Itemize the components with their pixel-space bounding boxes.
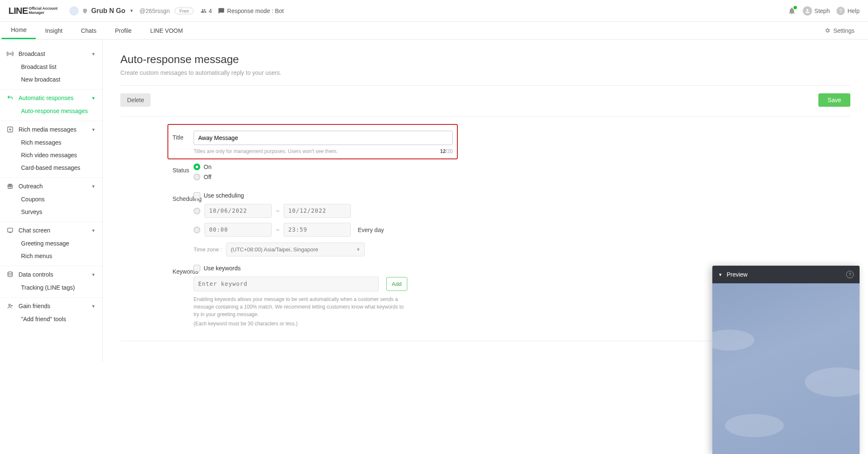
status-off-radio[interactable]: Off	[194, 174, 450, 180]
tab-chats[interactable]: Chats	[72, 22, 106, 39]
save-button[interactable]: Save	[818, 93, 850, 107]
tab-line-voom[interactable]: LINE VOOM	[141, 22, 192, 39]
sidebar-rich-video-messages[interactable]: Rich video messages	[0, 149, 102, 161]
keyword-input[interactable]	[194, 277, 379, 291]
sidebar-rich-media[interactable]: Rich media messages ▼	[0, 123, 102, 136]
chat-screen-icon	[7, 227, 14, 234]
sidebar-gain-friends[interactable]: Gain friends ▼	[0, 299, 102, 313]
sidebar-rich-menus[interactable]: Rich menus	[0, 250, 102, 262]
title-row-highlight: Title Titles are only for management pur…	[167, 124, 458, 159]
sidebar-chat-screen[interactable]: Chat screen ▼	[0, 224, 102, 237]
use-scheduling-checkbox[interactable]: Use scheduling	[194, 192, 450, 199]
caret-down-icon: ▼	[718, 272, 722, 277]
status-label: Status	[120, 164, 194, 184]
user-name: Steph	[815, 8, 830, 14]
everyday-label: Every day	[358, 227, 384, 233]
help-icon: ?	[836, 7, 845, 15]
title-char-count: 12/20	[440, 148, 453, 154]
status-on-radio[interactable]: On	[194, 164, 450, 170]
date-from-input[interactable]	[204, 204, 272, 218]
account-name: Grub N Go	[91, 7, 125, 15]
reply-icon	[7, 95, 14, 101]
svg-point-6	[9, 304, 11, 306]
broadcast-icon	[7, 50, 14, 57]
help-link[interactable]: ? Help	[836, 7, 860, 15]
time-from-input[interactable]	[204, 223, 272, 237]
range-tilde: ~	[276, 208, 279, 214]
chevron-down-icon: ▼	[91, 304, 96, 309]
account-avatar	[69, 6, 79, 16]
preview-canvas	[712, 283, 860, 362]
sidebar-data-controls[interactable]: Data controls ▼	[0, 268, 102, 281]
logo-main: LINE	[8, 5, 28, 16]
shield-icon	[82, 8, 88, 14]
chevron-down-icon: ▼	[91, 272, 96, 277]
title-help-text: Titles are only for management purposes.…	[194, 148, 338, 154]
tab-profile[interactable]: Profile	[106, 22, 141, 39]
sidebar-greeting-message[interactable]: Greeting message	[0, 237, 102, 250]
svg-rect-4	[8, 228, 13, 232]
page-description: Create custom messages to automatically …	[120, 69, 850, 76]
sidebar-coupons[interactable]: Coupons	[0, 193, 102, 206]
gift-icon	[7, 183, 14, 190]
radio-off-icon	[194, 174, 200, 180]
date-radio[interactable]	[194, 208, 200, 214]
notification-dot	[794, 6, 797, 9]
preview-help-icon[interactable]: ?	[846, 271, 854, 278]
plan-badge: Free	[175, 8, 194, 14]
sidebar-outreach[interactable]: Outreach ▼	[0, 179, 102, 193]
action-bar: Delete Save	[120, 93, 850, 107]
response-mode[interactable]: Response mode : Bot	[218, 8, 284, 14]
plus-square-icon	[7, 126, 14, 133]
timezone-label: Time zone :	[194, 246, 222, 253]
sidebar-add-friend-tools[interactable]: "Add friend" tools	[0, 313, 102, 325]
range-tilde: ~	[276, 227, 279, 233]
preview-title: Preview	[727, 271, 748, 278]
sidebar-new-broadcast[interactable]: New broadcast	[0, 73, 102, 86]
user-menu[interactable]: Steph	[803, 6, 830, 16]
keywords-label: Keywords	[120, 265, 194, 327]
checkbox-icon	[194, 192, 200, 199]
divider	[120, 116, 850, 116]
sidebar-auto-response-messages[interactable]: Auto-response messages	[0, 105, 102, 117]
date-to-input[interactable]	[284, 204, 351, 218]
title-label: Title	[173, 131, 194, 154]
tab-home[interactable]: Home	[2, 22, 36, 39]
sidebar-surveys[interactable]: Surveys	[0, 206, 102, 218]
gear-icon	[824, 27, 831, 34]
delete-button[interactable]: Delete	[120, 93, 151, 107]
bell-icon[interactable]	[788, 7, 796, 15]
title-input[interactable]	[194, 131, 453, 145]
add-friend-icon	[7, 303, 14, 309]
chevron-down-icon: ▼	[91, 228, 96, 233]
account-switcher[interactable]: Grub N Go ▼	[69, 6, 134, 16]
people-icon	[200, 8, 207, 14]
nav-tabs: Home Insight Chats Profile LINE VOOM Set…	[0, 22, 868, 40]
sidebar-tracking[interactable]: Tracking (LINE tags)	[0, 281, 102, 294]
sidebar-rich-messages[interactable]: Rich messages	[0, 136, 102, 149]
chevron-down-icon: ▼	[356, 247, 361, 252]
sidebar-broadcast-list[interactable]: Broadcast list	[0, 61, 102, 73]
preview-panel: ▼ Preview ?	[712, 266, 860, 362]
sidebar-broadcast[interactable]: Broadcast ▼	[0, 47, 102, 61]
friend-count: 4	[200, 8, 212, 14]
add-keyword-button[interactable]: Add	[386, 277, 407, 291]
caret-down-icon: ▼	[130, 8, 134, 13]
top-bar: LINE Official Account Manager Grub N Go …	[0, 0, 868, 22]
sidebar-card-based-messages[interactable]: Card-based messages	[0, 161, 102, 174]
radio-on-icon	[194, 164, 200, 170]
timezone-select[interactable]: (UTC+08:00) Asia/Taipei, Singapore ▼	[226, 243, 365, 256]
time-to-input[interactable]	[284, 223, 351, 237]
chevron-down-icon: ▼	[91, 184, 96, 189]
chevron-down-icon: ▼	[91, 52, 96, 56]
svg-point-5	[8, 272, 13, 273]
tab-insight[interactable]: Insight	[36, 22, 72, 39]
account-handle: @265rssgn	[140, 8, 170, 14]
preview-header[interactable]: ▼ Preview ?	[712, 266, 860, 283]
sidebar-automatic-responses[interactable]: Automatic responses ▼	[0, 91, 102, 105]
chat-icon	[218, 8, 225, 14]
time-radio[interactable]	[194, 227, 200, 233]
svg-point-0	[10, 53, 11, 55]
settings-link[interactable]: Settings	[824, 27, 866, 34]
use-keywords-checkbox[interactable]: Use keywords	[194, 265, 450, 272]
